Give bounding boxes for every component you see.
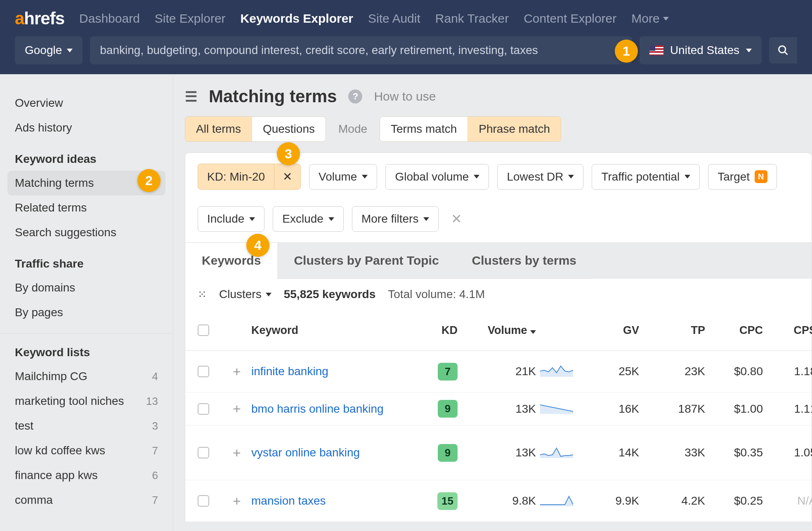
top-nav: ahrefs Dashboard Site Explorer Keywords … <box>0 0 812 37</box>
chevron-down-icon <box>362 175 368 179</box>
sidebar-list-item[interactable]: test3 <box>0 414 173 438</box>
sidebar-list-item[interactable]: Mailchimp CG4 <box>0 364 173 389</box>
clusters-parent-tab[interactable]: Clusters by Parent Topic <box>277 243 455 279</box>
gv-value: 9.9K <box>585 494 639 508</box>
row-checkbox[interactable] <box>198 447 209 458</box>
clear-filters[interactable]: ✕ <box>447 211 466 227</box>
country-dropdown[interactable]: United States <box>640 36 762 64</box>
search-engine-dropdown[interactable]: Google <box>15 36 83 64</box>
gv-value: 14K <box>585 446 639 459</box>
keyword-link[interactable]: bmo harris online banking <box>251 402 384 415</box>
chevron-down-icon <box>266 293 271 296</box>
exclude-filter[interactable]: Exclude <box>273 206 344 232</box>
kd-filter-active[interactable]: KD: Min-20 ✕ <box>198 164 301 190</box>
keyword-link[interactable]: mansion taxes <box>251 494 326 507</box>
logo[interactable]: ahrefs <box>15 9 64 28</box>
kd-badge: 9 <box>438 444 458 462</box>
nav-dashboard[interactable]: Dashboard <box>79 12 140 26</box>
nav-site-explorer[interactable]: Site Explorer <box>155 12 226 26</box>
expand-row-icon[interactable]: + <box>227 401 247 417</box>
row-checkbox[interactable] <box>198 366 209 377</box>
th-volume[interactable]: Volume <box>462 324 536 337</box>
kd-filter-label: KD: Min-20 <box>198 164 274 189</box>
nav-content-explorer[interactable]: Content Explorer <box>524 12 616 26</box>
search-button[interactable] <box>769 37 797 63</box>
expand-row-icon[interactable]: + <box>227 493 247 509</box>
list-name: finance app kws <box>15 469 98 482</box>
clusters-dropdown[interactable]: Clusters <box>219 288 271 301</box>
terms-questions-segment: All terms Questions <box>185 116 326 142</box>
keyword-link[interactable]: vystar online banking <box>251 446 360 459</box>
th-tp[interactable]: TP <box>643 324 705 337</box>
cps-value: 1.11 <box>767 402 812 416</box>
cps-value: N/A <box>767 494 812 508</box>
chevron-down-icon <box>328 217 334 221</box>
how-to-use-link[interactable]: How to use <box>374 89 436 103</box>
sidebar-ads-history[interactable]: Ads history <box>0 115 173 140</box>
hamburger-icon[interactable]: ☰ <box>185 88 197 105</box>
keyword-count: 55,825 keywords <box>284 288 376 301</box>
clusters-terms-tab[interactable]: Clusters by terms <box>456 243 593 279</box>
cluster-icon: ⁙ <box>198 288 207 301</box>
nav-site-audit[interactable]: Site Audit <box>368 12 420 26</box>
phrase-match-tab[interactable]: Phrase match <box>467 117 561 141</box>
nav-more[interactable]: More <box>631 12 668 26</box>
volume-value: 21K <box>462 365 536 378</box>
list-name: Mailchimp CG <box>15 370 87 383</box>
th-cpc[interactable]: CPC <box>709 324 763 337</box>
cps-value: 1.05 <box>767 446 812 459</box>
list-name: marketing tool niches <box>15 395 124 408</box>
sidebar-list-item[interactable]: finance app kws6 <box>0 463 173 488</box>
th-kd[interactable]: KD <box>416 324 458 337</box>
th-keyword[interactable]: Keyword <box>251 324 412 337</box>
cpc-value: $1.00 <box>709 402 763 416</box>
sidebar-list-item[interactable]: low kd coffee kws7 <box>0 438 173 463</box>
keyword-input[interactable] <box>90 36 632 64</box>
mode-label: Mode <box>338 122 367 136</box>
traffic-potential-filter[interactable]: Traffic potential <box>592 164 700 190</box>
new-badge: N <box>755 170 767 183</box>
sidebar-search-suggestions[interactable]: Search suggestions <box>0 220 173 245</box>
all-terms-tab[interactable]: All terms <box>185 117 252 141</box>
list-name: low kd coffee kws <box>15 444 105 457</box>
list-count: 4 <box>152 370 158 383</box>
questions-tab[interactable]: Questions <box>252 117 326 141</box>
th-gv[interactable]: GV <box>585 324 639 337</box>
lowest-dr-filter[interactable]: Lowest DR <box>497 164 583 190</box>
volume-value: 13K <box>462 446 536 459</box>
target-filter[interactable]: TargetN <box>708 164 777 190</box>
sidebar-heading-keyword-ideas: Keyword ideas <box>0 140 173 171</box>
sidebar-list-item[interactable]: marketing tool niches13 <box>0 389 173 414</box>
callout-badge-4: 4 <box>246 234 269 257</box>
sidebar-by-domains[interactable]: By domains <box>0 275 173 300</box>
nav-keywords-explorer[interactable]: Keywords Explorer <box>241 12 353 26</box>
row-checkbox[interactable] <box>198 403 209 415</box>
expand-row-icon[interactable]: + <box>227 445 247 461</box>
us-flag-icon <box>649 45 663 55</box>
help-icon[interactable]: ? <box>348 89 362 103</box>
sidebar-by-pages[interactable]: By pages <box>0 300 173 325</box>
global-volume-filter[interactable]: Global volume <box>385 164 489 190</box>
include-filter[interactable]: Include <box>198 206 264 232</box>
select-all-checkbox[interactable] <box>198 324 209 336</box>
total-volume: Total volume: 4.1M <box>388 288 485 301</box>
volume-value: 13K <box>462 402 536 416</box>
tp-value: 4.2K <box>643 494 705 508</box>
expand-row-icon[interactable]: + <box>227 364 247 380</box>
gv-value: 25K <box>585 365 639 378</box>
list-count: 6 <box>152 469 158 482</box>
table-row: + vystar online banking 9 13K 14K 33K $0… <box>185 425 812 480</box>
sidebar-overview[interactable]: Overview <box>0 91 173 115</box>
sidebar-related-terms[interactable]: Related terms <box>0 195 173 220</box>
row-checkbox[interactable] <box>198 495 209 507</box>
table-row: + mansion taxes 15 9.8K 9.9K 4.2K $0.25 … <box>185 480 812 522</box>
chevron-down-icon <box>249 217 255 221</box>
kd-filter-remove[interactable]: ✕ <box>274 164 300 189</box>
th-cps[interactable]: CPS <box>767 324 812 337</box>
nav-rank-tracker[interactable]: Rank Tracker <box>435 12 509 26</box>
terms-match-tab[interactable]: Terms match <box>380 117 467 141</box>
volume-filter[interactable]: Volume <box>309 164 377 190</box>
more-filters[interactable]: More filters <box>352 206 439 232</box>
sidebar-list-item[interactable]: comma7 <box>0 488 173 512</box>
keyword-link[interactable]: infinite banking <box>251 365 328 378</box>
